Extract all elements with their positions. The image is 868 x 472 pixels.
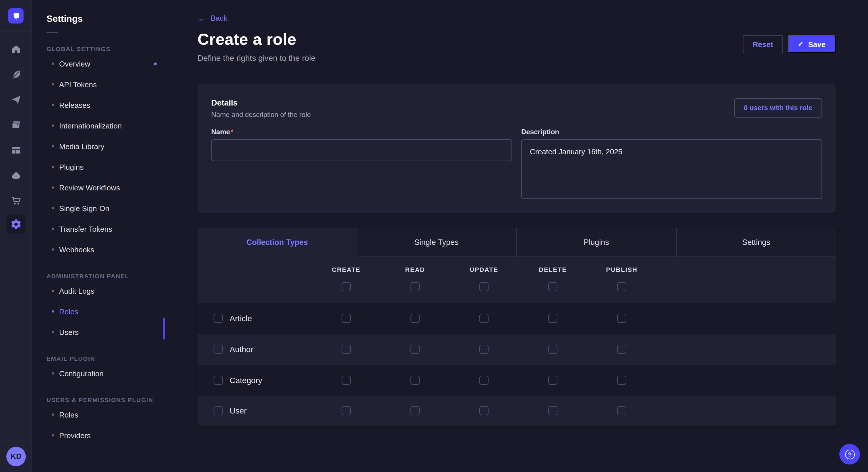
tab-settings[interactable]: Settings bbox=[676, 228, 836, 257]
name-input[interactable] bbox=[211, 139, 512, 161]
select-all-update-checkbox[interactable] bbox=[479, 282, 489, 291]
cloud-icon bbox=[10, 170, 22, 181]
read-checkbox[interactable] bbox=[410, 376, 420, 385]
bullet-icon bbox=[52, 228, 54, 230]
section-label-email-plugin: EMAIL PLUGIN bbox=[46, 355, 165, 362]
main-content: ← Back Create a role Define the rights g… bbox=[165, 0, 868, 472]
active-item-indicator bbox=[163, 318, 165, 339]
delete-checkbox[interactable] bbox=[548, 406, 557, 415]
bullet-icon bbox=[52, 125, 54, 127]
tab-single-types[interactable]: Single Types bbox=[357, 228, 516, 257]
bullet-icon bbox=[52, 331, 54, 333]
column-header-read: READ bbox=[381, 266, 450, 273]
bullet-icon bbox=[52, 145, 54, 147]
column-header-create: CREATE bbox=[312, 266, 381, 273]
strapi-logo[interactable] bbox=[8, 8, 24, 24]
sidebar-item-label: API Tokens bbox=[59, 80, 97, 89]
nav-settings-button-active[interactable] bbox=[6, 214, 26, 234]
sidebar-item-users[interactable]: Users bbox=[46, 322, 165, 342]
row-select-checkbox[interactable] bbox=[214, 345, 223, 354]
sidebar-item-single-sign-on[interactable]: Single Sign-On bbox=[46, 198, 165, 218]
publish-checkbox[interactable] bbox=[617, 345, 626, 354]
save-label: Save bbox=[808, 40, 826, 48]
bullet-icon bbox=[52, 83, 54, 86]
sidebar-item-label: Plugins bbox=[59, 163, 84, 171]
back-link[interactable]: ← Back bbox=[197, 14, 227, 22]
description-field-label: Description bbox=[521, 128, 822, 136]
row-select-checkbox[interactable] bbox=[214, 406, 223, 415]
sidebar-item-media-library[interactable]: Media Library bbox=[46, 136, 165, 157]
row-label: Category bbox=[229, 376, 262, 385]
publish-checkbox[interactable] bbox=[617, 406, 626, 415]
page-title: Create a role bbox=[197, 30, 315, 49]
tab-collection-types[interactable]: Collection Types bbox=[197, 228, 357, 257]
create-checkbox[interactable] bbox=[342, 406, 351, 415]
sidebar-item-webhooks[interactable]: Webhooks bbox=[46, 239, 165, 260]
tab-plugins[interactable]: Plugins bbox=[516, 228, 676, 257]
sidebar-item-overview[interactable]: Overview bbox=[46, 53, 165, 74]
select-all-delete-checkbox[interactable] bbox=[548, 282, 557, 291]
sidebar-item-providers[interactable]: Providers bbox=[46, 425, 165, 446]
sidebar-item-api-tokens[interactable]: API Tokens bbox=[46, 74, 165, 95]
gear-icon bbox=[10, 218, 22, 230]
row-select-checkbox[interactable] bbox=[214, 376, 223, 385]
sidebar-item-up-roles[interactable]: Roles bbox=[46, 404, 165, 425]
sidebar-item-releases[interactable]: Releases bbox=[46, 95, 165, 115]
select-all-read-checkbox[interactable] bbox=[410, 282, 420, 291]
nav-marketplace-button[interactable] bbox=[10, 195, 22, 206]
delete-checkbox[interactable] bbox=[548, 314, 557, 323]
settings-sidebar: Settings GLOBAL SETTINGS Overview API To… bbox=[32, 0, 165, 472]
row-label: Author bbox=[229, 345, 253, 354]
sidebar-item-label: Releases bbox=[59, 101, 90, 109]
select-all-create-checkbox[interactable] bbox=[342, 282, 351, 291]
nav-home-button[interactable] bbox=[10, 43, 22, 55]
create-checkbox[interactable] bbox=[342, 314, 351, 323]
nav-media-library-button[interactable] bbox=[10, 119, 22, 131]
nav-cloud-button[interactable] bbox=[10, 170, 22, 181]
sidebar-item-review-workflows[interactable]: Review Workflows bbox=[46, 177, 165, 198]
sidebar-item-plugins[interactable]: Plugins bbox=[46, 157, 165, 177]
name-label-text: Name bbox=[211, 128, 230, 136]
sidebar-item-configuration[interactable]: Configuration bbox=[46, 363, 165, 384]
bullet-icon bbox=[52, 166, 54, 168]
table-row-article: Article bbox=[197, 303, 836, 334]
read-checkbox[interactable] bbox=[410, 345, 420, 354]
nav-content-type-builder-button[interactable] bbox=[10, 144, 22, 156]
reset-button[interactable]: Reset bbox=[743, 35, 783, 53]
nav-content-manager-button[interactable] bbox=[10, 69, 22, 80]
sidebar-item-transfer-tokens[interactable]: Transfer Tokens bbox=[46, 218, 165, 239]
bullet-icon bbox=[52, 310, 54, 312]
publish-checkbox[interactable] bbox=[617, 376, 626, 385]
read-checkbox[interactable] bbox=[410, 314, 420, 323]
create-checkbox[interactable] bbox=[342, 345, 351, 354]
nav-releases-button[interactable] bbox=[10, 94, 22, 105]
update-checkbox[interactable] bbox=[479, 406, 489, 415]
sidebar-item-label: Webhooks bbox=[59, 245, 94, 254]
delete-checkbox[interactable] bbox=[548, 345, 557, 354]
users-with-role-button[interactable]: 0 users with this role bbox=[734, 98, 822, 117]
bullet-icon bbox=[52, 434, 54, 436]
publish-checkbox[interactable] bbox=[617, 314, 626, 323]
sidebar-item-roles-active[interactable]: Roles bbox=[46, 301, 165, 322]
description-textarea[interactable]: Created January 16th, 2025 bbox=[521, 139, 822, 199]
rail-divider bbox=[0, 32, 32, 32]
sidebar-title: Settings bbox=[46, 14, 165, 24]
create-checkbox[interactable] bbox=[342, 376, 351, 385]
paper-plane-icon bbox=[10, 94, 22, 105]
update-checkbox[interactable] bbox=[479, 345, 489, 354]
delete-checkbox[interactable] bbox=[548, 376, 557, 385]
save-button[interactable]: ✓ Save bbox=[787, 35, 836, 53]
row-select-checkbox[interactable] bbox=[214, 314, 223, 323]
read-checkbox[interactable] bbox=[410, 406, 420, 415]
update-checkbox[interactable] bbox=[479, 314, 489, 323]
select-all-publish-checkbox[interactable] bbox=[617, 282, 626, 291]
section-label-users-permissions-plugin: USERS & PERMISSIONS PLUGIN bbox=[46, 396, 165, 403]
sidebar-item-internationalization[interactable]: Internationalization bbox=[46, 115, 165, 136]
sidebar-item-label: Single Sign-On bbox=[59, 204, 110, 212]
row-label: User bbox=[229, 406, 247, 415]
user-avatar[interactable]: KD bbox=[6, 446, 26, 466]
table-row-user: User bbox=[197, 396, 836, 426]
sidebar-item-audit-logs[interactable]: Audit Logs bbox=[46, 280, 165, 301]
update-checkbox[interactable] bbox=[479, 376, 489, 385]
help-button[interactable]: ? bbox=[839, 444, 860, 465]
